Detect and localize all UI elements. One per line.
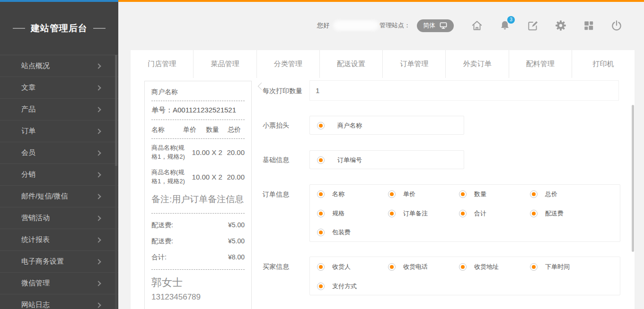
chevron-right-icon (96, 237, 101, 242)
option-merchant-name: 商户名称 (310, 121, 381, 130)
sidebar-item-messaging[interactable]: 邮件/短信/微信 (0, 186, 118, 207)
notifications-bell-icon[interactable]: 3 (499, 19, 511, 32)
language-label: 简体 (423, 21, 435, 30)
sidebar-item-wechat[interactable]: 微信管理 (0, 273, 118, 294)
tab-dishes[interactable]: 菜品管理 (193, 50, 256, 78)
sidebar-item-label: 分销 (21, 170, 97, 179)
chevron-right-icon (96, 129, 101, 134)
sidebar-item-ecommerce-settings[interactable]: 电子商务设置 (0, 251, 118, 273)
receipt-merchant-name: 商户名称 (151, 88, 245, 96)
tab-printer[interactable]: 打印机 (572, 50, 635, 78)
receipt-remark: 备注:用户订单备注信息 (151, 192, 245, 206)
radio-selected[interactable] (530, 210, 538, 217)
settings-gear-icon[interactable] (555, 19, 567, 32)
radio-selected[interactable] (459, 190, 467, 198)
chevron-right-icon (96, 215, 101, 221)
tab-store[interactable]: 门店管理 (131, 50, 193, 78)
power-icon[interactable] (610, 19, 623, 32)
home-icon[interactable] (471, 19, 483, 32)
option-label: 总价 (545, 190, 557, 198)
divider (151, 138, 245, 139)
edit-icon[interactable] (527, 19, 539, 32)
sidebar-item-distribution[interactable]: 分销 (0, 164, 118, 186)
sidebar-item-articles[interactable]: 文章 (0, 77, 118, 99)
tab-category[interactable]: 分类管理 (256, 50, 319, 78)
radio-selected[interactable] (317, 156, 325, 164)
sidebar-item-label: 网站日志 (21, 300, 97, 309)
radio-selected[interactable] (388, 210, 396, 217)
radio-selected[interactable] (530, 263, 538, 271)
chevron-right-icon (96, 302, 101, 308)
radio-selected[interactable] (317, 229, 325, 236)
greeting-suffix: 管理站点： (379, 21, 410, 30)
chevron-right-icon (96, 194, 101, 199)
col-total: 总价 (228, 126, 245, 134)
option-address: 收货地址 (452, 263, 523, 271)
radio-selected[interactable] (530, 190, 538, 198)
radio-selected[interactable] (317, 210, 325, 217)
sidebar-item-members[interactable]: 会员 (0, 142, 118, 164)
radio-selected[interactable] (388, 190, 396, 198)
tab-delivery[interactable]: 配送设置 (319, 50, 382, 78)
option-delivery-fee: 配送费 (523, 209, 594, 218)
chevron-right-icon (96, 107, 101, 112)
option-subtotal: 合计 (452, 209, 523, 218)
printer-settings-content: 商户名称 单号：A001121232521521 名称 单价 数量 总价 商品名… (131, 78, 635, 309)
sidebar-item-overview[interactable]: 站点概况 (0, 55, 118, 77)
item-total: 20.00 (227, 148, 245, 156)
fee-label: 配送费: (151, 221, 173, 230)
radio-selected[interactable] (317, 190, 325, 198)
col-qty: 数量 (206, 126, 228, 134)
tab-ingredients[interactable]: 配料管理 (509, 50, 572, 78)
apps-grid-icon[interactable] (582, 19, 595, 32)
radio-selected[interactable] (317, 122, 325, 129)
basic-info-label: 基础信息 (263, 156, 289, 164)
option-packaging-fee: 包装费 (310, 228, 381, 237)
sidebar-item-products[interactable]: 产品 (0, 99, 118, 120)
radio-selected[interactable] (317, 263, 325, 271)
option-order-number: 订单编号 (310, 156, 381, 164)
item-calc: 10.00 X 2 (187, 148, 227, 156)
sidebar-item-marketing[interactable]: 营销活动 (0, 207, 118, 229)
option-label: 下单时间 (545, 263, 570, 271)
option-label: 收货电话 (403, 263, 428, 271)
option-label: 商户名称 (337, 121, 362, 130)
sidebar-scrollbar-thumb[interactable] (115, 55, 117, 166)
option-label: 收货人 (332, 263, 351, 271)
sidebar-item-label: 站点概况 (21, 61, 97, 70)
order-info-label: 订单信息 (263, 190, 289, 199)
option-label: 支付方式 (332, 282, 357, 291)
receipt-total-row: 合计: ¥8.00 (151, 253, 245, 262)
sidebar-item-site-logs[interactable]: 网站日志 (0, 294, 118, 309)
item-name: 商品名称(规格1，规格2) (151, 168, 187, 186)
sidebar-item-orders[interactable]: 订单 (0, 120, 118, 142)
sidebar-item-label: 微信管理 (21, 279, 97, 288)
radio-selected[interactable] (459, 210, 467, 217)
app-title-text: 建站管理后台 (31, 22, 88, 34)
tab-takeout[interactable]: 外卖订单 (445, 50, 508, 78)
print-count-input[interactable] (309, 80, 619, 101)
col-price: 单价 (183, 126, 206, 134)
receipt-header-label: 小票抬头 (263, 121, 289, 130)
fee-value: ¥5.00 (228, 221, 245, 230)
radio-selected[interactable] (459, 263, 467, 271)
divider (151, 213, 245, 214)
sidebar-item-label: 统计报表 (21, 235, 97, 244)
sidebar-item-reports[interactable]: 统计报表 (0, 229, 118, 251)
radio-selected[interactable] (317, 283, 325, 290)
language-preview-button[interactable]: 简体 (417, 19, 454, 32)
tab-bar: 门店管理 菜品管理 分类管理 配送设置 订单管理 外卖订单 配料管理 打印机 (131, 50, 635, 78)
item-calc: 10.00 X 2 (187, 173, 227, 181)
tab-orders[interactable]: 订单管理 (382, 50, 445, 78)
basic-info-options: 订单编号 (309, 150, 464, 169)
fee-label: 合计: (151, 253, 167, 262)
radio-selected[interactable] (388, 263, 396, 271)
sidebar-item-label: 产品 (21, 105, 97, 114)
sidebar-item-label: 营销活动 (21, 214, 97, 223)
receipt-fee-row: 配送费: ¥5.00 (151, 221, 245, 230)
receipt-item-row: 商品名称(规格1，规格2) 10.00 X 2 20.00 (151, 144, 245, 162)
content-scrollbar[interactable] (632, 105, 634, 252)
receipt-buyer-name: 郭女士 (151, 275, 245, 290)
main-panel: 门店管理 菜品管理 分类管理 配送设置 订单管理 外卖订单 配料管理 打印机 商… (131, 50, 635, 309)
sidebar-scrollbar[interactable] (115, 55, 117, 309)
